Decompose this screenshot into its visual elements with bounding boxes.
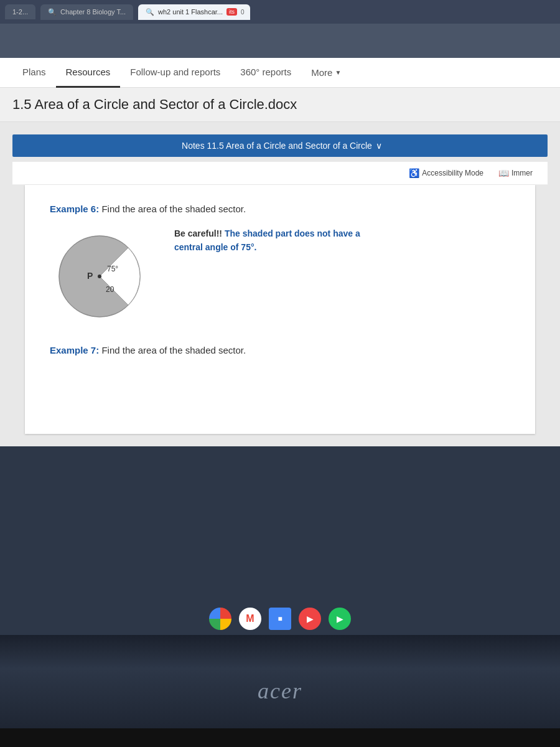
example7-heading: Example 7: Find the area of the shaded s… [50, 345, 510, 355]
dropdown-label: Notes 11.5 Area of a Circle and Sector o… [182, 141, 372, 151]
immersive-label: Immer [511, 169, 533, 177]
page-title-bar: 1.5 Area of a Circle and Sector of a Cir… [0, 88, 560, 122]
tab-3-count: 0 [241, 9, 245, 16]
acer-logo: acer [258, 678, 302, 704]
laptop-vent [0, 728, 560, 747]
example7-label: Example 7: [50, 345, 99, 355]
taskbar-gmail-icon[interactable]: M [239, 608, 261, 630]
tab-followup-label: Follow-up and reports [130, 67, 220, 77]
svg-text:P: P [87, 271, 93, 281]
browser-bar: 1-2... 🔍 Chapter 8 Biology T... 🔍 wh2 un… [0, 0, 560, 24]
chevron-down-icon: ▼ [335, 69, 341, 76]
laptop-bottom: acer [0, 635, 560, 747]
tab-2-icon: 🔍 [48, 8, 57, 16]
example6-content: P 75° 20 Be careful!! The shaded part do… [50, 227, 510, 326]
tab-3-icon: 🔍 [146, 8, 154, 16]
accessibility-mode-button[interactable]: ♿ Accessibility Mode [404, 166, 488, 181]
tab-2-label: Chapter 8 Biology T... [60, 8, 126, 16]
svg-text:20: 20 [106, 285, 114, 294]
taskbar-youtube-icon[interactable]: ▶ [299, 608, 321, 630]
example6-text: Find the area of the shaded sector. [101, 204, 246, 214]
immersive-reader-button[interactable]: 📖 Immer [493, 166, 538, 181]
tab-more[interactable]: More ▼ [301, 59, 351, 87]
example6-label: Example 6: [50, 204, 99, 214]
example6-warning: Be careful!! The shaded part does not ha… [174, 227, 361, 255]
tab-more-label: More [311, 67, 332, 78]
nav-top-bar [0, 24, 560, 58]
document-page: Example 6: Find the area of the shaded s… [25, 185, 535, 434]
circle-diagram: P 75° 20 [50, 227, 149, 326]
tab-1[interactable]: 1-2... [5, 4, 35, 19]
page-title: 1.5 Area of a Circle and Sector of a Cir… [12, 96, 548, 113]
doc-area: Notes 11.5 Area of a Circle and Sector o… [0, 122, 560, 446]
tab-plans[interactable]: Plans [12, 58, 56, 88]
main-content-area: Plans Resources Follow-up and reports 36… [0, 58, 560, 446]
svg-text:75°: 75° [107, 265, 118, 273]
tab-resources-label: Resources [66, 67, 111, 77]
tab-3[interactable]: 🔍 wh2 unit 1 Flashcar... its 0 [138, 4, 250, 20]
immersive-icon: 📖 [498, 168, 509, 178]
tab-followup[interactable]: Follow-up and reports [120, 58, 230, 88]
tab-plans-label: Plans [22, 67, 46, 77]
tab-2[interactable]: 🔍 Chapter 8 Biology T... [40, 4, 133, 20]
warning-bold: Be careful!! [174, 228, 222, 238]
toolbar-row: ♿ Accessibility Mode 📖 Immer [12, 162, 548, 185]
svg-point-1 [98, 275, 101, 278]
circle-svg: P 75° 20 [50, 227, 149, 326]
taskbar-drive-icon[interactable]: ■ [269, 608, 291, 630]
accessibility-icon: ♿ [409, 168, 419, 178]
tab-3-badge: its [226, 8, 237, 16]
taskbar-chrome-icon[interactable] [209, 608, 231, 630]
taskbar-play-icon[interactable]: ▶ [329, 608, 351, 630]
tab-3-label: wh2 unit 1 Flashcar... [158, 8, 223, 16]
taskbar: M ■ ▶ ▶ [0, 603, 560, 635]
example7-text: Find the area of the shaded sector. [101, 345, 246, 355]
nav-tabs: Plans Resources Follow-up and reports 36… [0, 58, 560, 88]
tab-resources[interactable]: Resources [56, 58, 121, 88]
tab-360reports-label: 360° reports [240, 67, 291, 77]
tab-1-label: 1-2... [12, 8, 28, 16]
chevron-down-icon-dropdown: ∨ [376, 141, 382, 151]
accessibility-mode-label: Accessibility Mode [422, 169, 483, 177]
document-dropdown-bar[interactable]: Notes 11.5 Area of a Circle and Sector o… [12, 134, 548, 157]
tab-360reports[interactable]: 360° reports [230, 58, 301, 88]
example6-heading: Example 6: Find the area of the shaded s… [50, 204, 510, 214]
